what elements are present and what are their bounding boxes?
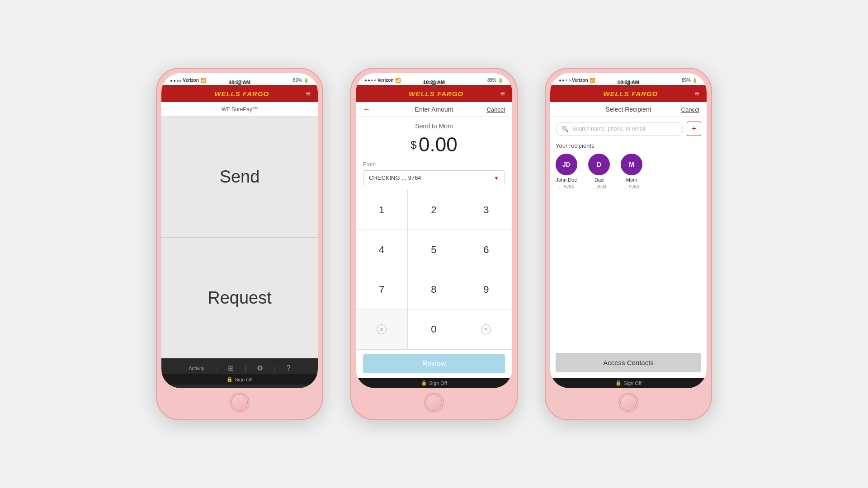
send-to-label: Send to Mom: [356, 117, 512, 131]
battery-icon-1: 🔋: [303, 78, 309, 83]
nav-divider: |: [215, 365, 217, 372]
home-button-area-3: [550, 388, 707, 415]
bottom-nav: Activity | ⊞ | ⚙ | ?: [161, 362, 318, 374]
sign-off-2[interactable]: 🔒 Sign Off: [356, 378, 512, 388]
recipient-item-m[interactable]: M Mom ... 9764: [621, 154, 642, 189]
lock-icon-1: 🔒: [226, 376, 233, 382]
dropdown-arrow-icon: ▼: [494, 175, 499, 181]
add-recipient-button[interactable]: +: [687, 122, 701, 136]
hamburger-menu-2[interactable]: ≡: [500, 89, 505, 98]
sign-off-1[interactable]: 🔒 Sign Off: [161, 374, 318, 385]
amount-value: 0.00: [419, 133, 458, 155]
hamburger-menu-1[interactable]: ≡: [306, 89, 311, 98]
key-6[interactable]: 6: [460, 230, 512, 270]
nav-activity[interactable]: Activity: [189, 366, 204, 371]
nav-icon-help[interactable]: ?: [287, 364, 291, 372]
nav-icon-transfer[interactable]: ⊞: [228, 364, 234, 372]
backspace-icon: ✕: [481, 324, 491, 334]
recipient-account-m: ... 9764: [624, 184, 639, 189]
recipient-item-jd[interactable]: JD John Doe ... 9764: [556, 154, 577, 189]
status-bar-3: Verizon 📶 10:28 AM 89% 🔋: [550, 73, 707, 85]
battery-1: 89%: [293, 78, 302, 83]
wf-logo-2: WELLS FARGO: [409, 90, 463, 98]
key-3[interactable]: 3: [460, 190, 512, 230]
sub-header-3: Select Recipient Cancel: [550, 102, 707, 117]
home-button-inner-1: [231, 394, 248, 411]
sign-off-label-1: Sign Off: [235, 377, 253, 382]
battery-3: 89%: [682, 78, 691, 83]
search-bar[interactable]: 🔍 Search name, phone, or email: [556, 122, 683, 136]
key-special-left[interactable]: ✕: [356, 310, 408, 350]
wf-logo-1: WELLS FARGO: [214, 90, 269, 98]
key-8[interactable]: 8: [408, 270, 460, 310]
send-box[interactable]: Send: [161, 117, 318, 238]
recipient-avatar-jd: JD: [556, 154, 577, 175]
request-box[interactable]: Request: [161, 238, 318, 358]
back-button-2[interactable]: ←: [363, 105, 370, 113]
request-label: Request: [208, 288, 272, 308]
spacer-3: [550, 189, 707, 353]
status-right-2: 89% 🔋: [487, 78, 503, 83]
status-bar-2: Verizon 📶 10:28 AM 89% 🔋: [356, 73, 512, 85]
battery-icon-3: 🔋: [692, 78, 698, 83]
dots-1: [170, 78, 181, 83]
status-left-3: Verizon 📶: [559, 78, 595, 83]
amount-display: $ 0.00: [356, 131, 512, 161]
recipient-name-d: Dad: [594, 177, 604, 183]
phone-2: Verizon 📶 10:28 AM 89% 🔋 WELLS FARGO ≡ ←…: [350, 68, 518, 420]
account-text: CHECKING ... 9764: [369, 174, 421, 181]
carrier-2: Verizon: [377, 78, 394, 83]
status-right-3: 89% 🔋: [682, 78, 698, 83]
key-0[interactable]: 0: [408, 310, 460, 350]
phone-3: Verizon 📶 10:28 AM 89% 🔋 WELLS FARGO ≡ S…: [545, 68, 712, 420]
amount-screen-inner: Send to Mom $ 0.00 From CHECKING ... 976…: [356, 117, 512, 350]
key-5[interactable]: 5: [408, 230, 460, 270]
wf-logo-3: WELLS FARGO: [603, 90, 658, 98]
key-7[interactable]: 7: [356, 270, 408, 310]
home-button-area-2: [356, 388, 512, 415]
carrier-3: Verizon: [572, 78, 588, 83]
wf-header-1: WELLS FARGO ≡: [161, 85, 318, 102]
recipient-screen: 🔍 Search name, phone, or email + Your re…: [550, 117, 707, 378]
key-2[interactable]: 2: [408, 190, 460, 230]
phone-1: Verizon 📶 10:27 AM 89% 🔋 WELLS FARGO ≡ W…: [156, 68, 323, 420]
home-button-1[interactable]: [230, 393, 250, 413]
cancel-button-3[interactable]: Cancel: [681, 106, 699, 113]
home-button-2[interactable]: [424, 393, 444, 413]
nav-divider-3: |: [274, 365, 276, 372]
home-button-3[interactable]: [618, 393, 638, 413]
screen-body-1: Send Request: [161, 117, 318, 358]
key-4[interactable]: 4: [356, 230, 408, 270]
your-recipients-label: Your recipients: [556, 142, 701, 149]
key-backspace[interactable]: ✕: [460, 310, 512, 350]
sign-off-3[interactable]: 🔒 Sign Off: [550, 378, 707, 388]
account-dropdown[interactable]: CHECKING ... 9764 ▼: [363, 170, 505, 185]
send-label: Send: [220, 167, 260, 187]
access-contacts-button[interactable]: Access Contacts: [556, 353, 701, 372]
activity-label: Activity: [189, 366, 204, 371]
time-3: 10:28 AM: [618, 80, 639, 85]
cancel-button-2[interactable]: Cancel: [487, 106, 505, 113]
numpad: 1 2 3 4 5 6 7 8 9 ✕ 0 ✕: [356, 190, 512, 350]
sign-off-label-2: Sign Off: [429, 380, 447, 386]
recipient-avatar-m: M: [621, 154, 642, 175]
status-right-1: 89% 🔋: [293, 78, 309, 83]
status-left-1: Verizon 📶: [170, 78, 206, 83]
status-bar-1: Verizon 📶 10:27 AM 89% 🔋: [161, 73, 318, 85]
recipient-name-m: Mom: [626, 177, 637, 183]
hamburger-menu-3[interactable]: ≡: [694, 89, 699, 98]
time-1: 10:27 AM: [229, 80, 250, 85]
battery-icon-2: 🔋: [498, 78, 503, 83]
recipient-name-jd: John Doe: [556, 177, 577, 183]
review-button[interactable]: Review: [363, 354, 505, 373]
nav-icon-settings[interactable]: ⚙: [257, 364, 263, 372]
recipient-item-d[interactable]: D Dad ... 2694: [588, 154, 610, 189]
home-button-inner-3: [620, 394, 637, 411]
amount-screen: Send to Mom $ 0.00 From CHECKING ... 976…: [356, 117, 512, 378]
surepay-label: WF SurePaySM: [161, 102, 318, 117]
key-9[interactable]: 9: [460, 270, 512, 310]
nav-divider-2: |: [245, 365, 246, 372]
wf-header-2: WELLS FARGO ≡: [356, 85, 512, 102]
key-1[interactable]: 1: [356, 190, 408, 230]
sub-header-title-3: Select Recipient: [605, 106, 651, 113]
